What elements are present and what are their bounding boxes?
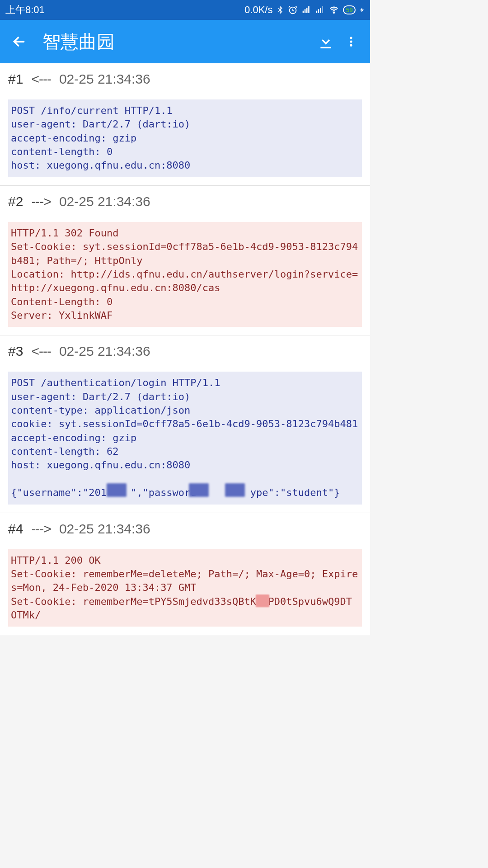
status-time: 上午8:01 bbox=[5, 3, 45, 17]
svg-rect-5 bbox=[316, 11, 318, 13]
svg-rect-4 bbox=[309, 6, 310, 13]
entry-id: #3 bbox=[8, 344, 23, 359]
entry-time: 02-25 21:34:36 bbox=[59, 344, 150, 359]
battery-level: 59 bbox=[346, 6, 353, 14]
request-body: POST /authentication/login HTTP/1.1 user… bbox=[8, 372, 362, 504]
entry-direction: ---> bbox=[31, 194, 51, 209]
svg-rect-6 bbox=[318, 9, 319, 13]
log-entry[interactable]: #4--->02-25 21:34:36HTTP/1.1 200 OK Set-… bbox=[0, 513, 370, 636]
svg-rect-7 bbox=[320, 8, 321, 13]
svg-point-11 bbox=[350, 40, 352, 42]
entry-time: 02-25 21:34:36 bbox=[59, 521, 150, 537]
entry-header: #3<---02-25 21:34:36 bbox=[0, 341, 370, 367]
entry-id: #4 bbox=[8, 521, 23, 537]
download-button[interactable] bbox=[315, 31, 337, 52]
charging-icon bbox=[359, 5, 365, 14]
entry-time: 02-25 21:34:36 bbox=[59, 71, 150, 87]
svg-rect-1 bbox=[303, 11, 304, 13]
response-body: HTTP/1.1 200 OK Set-Cookie: rememberMe=d… bbox=[8, 549, 362, 627]
log-entry[interactable]: #2--->02-25 21:34:36HTTP/1.1 302 Found S… bbox=[0, 186, 370, 336]
entry-id: #2 bbox=[8, 194, 23, 209]
entry-direction: ---> bbox=[31, 521, 51, 537]
svg-point-9 bbox=[333, 12, 335, 14]
status-bar: 上午8:01 0.0K/s 59 bbox=[0, 0, 370, 20]
back-button[interactable] bbox=[8, 31, 30, 52]
redaction-block bbox=[189, 483, 209, 497]
alarm-icon bbox=[288, 5, 298, 15]
entry-header: #4--->02-25 21:34:36 bbox=[0, 519, 370, 545]
log-entry[interactable]: #1<---02-25 21:34:36POST /info/current H… bbox=[0, 63, 370, 186]
redaction-block bbox=[256, 594, 269, 607]
entry-direction: <--- bbox=[31, 71, 51, 87]
entry-direction: <--- bbox=[31, 344, 51, 359]
svg-point-10 bbox=[350, 37, 352, 39]
svg-rect-3 bbox=[306, 8, 308, 13]
status-right: 0.0K/s 59 bbox=[244, 4, 365, 16]
entry-time: 02-25 21:34:36 bbox=[59, 194, 150, 209]
log-list: #1<---02-25 21:34:36POST /info/current H… bbox=[0, 63, 370, 635]
entry-header: #2--->02-25 21:34:36 bbox=[0, 191, 370, 217]
entry-id: #1 bbox=[8, 71, 23, 87]
signal-icon bbox=[301, 5, 311, 14]
network-speed: 0.0K/s bbox=[244, 4, 272, 16]
svg-rect-2 bbox=[305, 9, 306, 13]
response-body: HTTP/1.1 302 Found Set-Cookie: syt.sessi… bbox=[8, 222, 362, 327]
wifi-icon bbox=[328, 5, 339, 14]
more-button[interactable] bbox=[340, 31, 362, 52]
redaction-block bbox=[107, 483, 127, 497]
bluetooth-icon bbox=[276, 5, 284, 15]
entry-header: #1<---02-25 21:34:36 bbox=[0, 69, 370, 95]
request-body: POST /info/current HTTP/1.1 user-agent: … bbox=[8, 99, 362, 177]
page-title: 智慧曲园 bbox=[42, 29, 315, 54]
redaction-block bbox=[225, 483, 245, 497]
svg-point-12 bbox=[350, 44, 352, 47]
signal2-icon bbox=[315, 5, 325, 14]
svg-rect-8 bbox=[322, 6, 324, 13]
log-entry[interactable]: #3<---02-25 21:34:36POST /authentication… bbox=[0, 335, 370, 513]
app-bar: 智慧曲园 bbox=[0, 20, 370, 63]
battery-icon: 59 bbox=[343, 5, 356, 14]
